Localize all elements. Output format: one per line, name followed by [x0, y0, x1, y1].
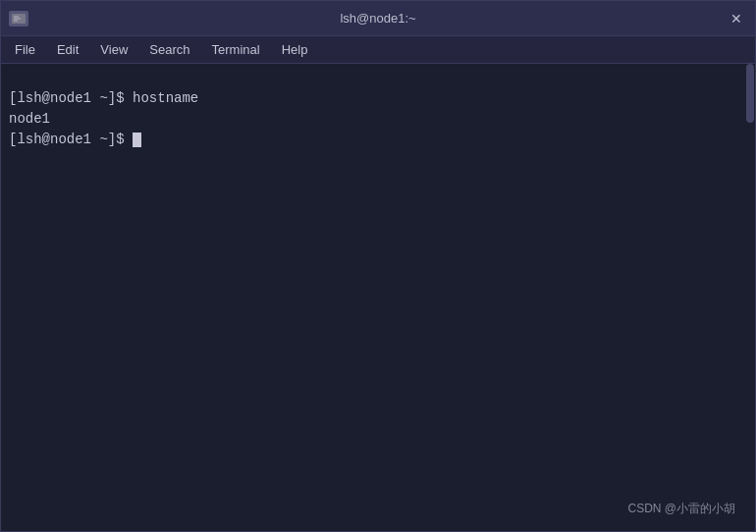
menu-help[interactable]: Help — [272, 40, 318, 59]
terminal-icon — [9, 11, 28, 27]
terminal-window: lsh@node1:~ ✕ File Edit View Search Term… — [0, 0, 756, 532]
menu-file[interactable]: File — [5, 40, 45, 59]
prompt-2: [lsh@node1 ~]$ — [9, 132, 133, 147]
menu-edit[interactable]: Edit — [47, 40, 88, 59]
title-bar-left — [9, 11, 28, 27]
output-1: node1 — [9, 111, 50, 127]
cursor — [133, 133, 141, 147]
window-title: lsh@node1:~ — [340, 11, 415, 26]
title-bar: lsh@node1:~ ✕ — [1, 1, 755, 36]
menu-view[interactable]: View — [90, 40, 137, 59]
close-button[interactable]: ✕ — [726, 8, 747, 29]
terminal-body[interactable]: [lsh@node1 ~]$ hostname node1 [lsh@node1… — [1, 64, 755, 531]
command-1: hostname — [133, 90, 198, 106]
watermark: CSDN @小雷的小胡 — [627, 501, 735, 517]
prompt-1: [lsh@node1 ~]$ — [9, 90, 133, 106]
scrollbar-thumb[interactable] — [746, 64, 754, 123]
menu-bar: File Edit View Search Terminal Help — [1, 36, 755, 64]
terminal-content: [lsh@node1 ~]$ hostname node1 [lsh@node1… — [9, 68, 747, 527]
scrollbar-track[interactable] — [745, 64, 755, 531]
menu-terminal[interactable]: Terminal — [202, 40, 270, 59]
menu-search[interactable]: Search — [139, 40, 199, 59]
